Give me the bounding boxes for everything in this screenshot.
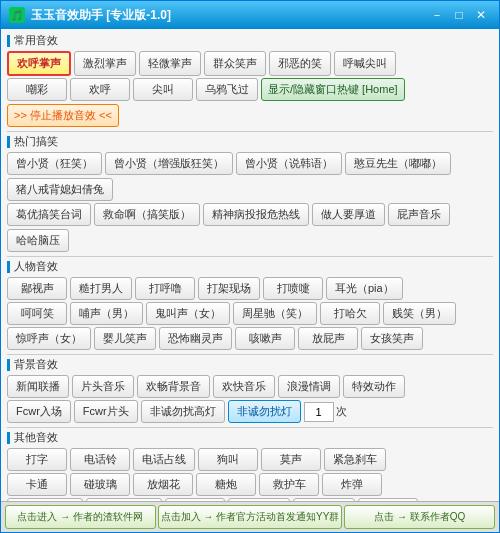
btn-jinghu-nv[interactable]: 惊呼声（女） xyxy=(7,327,91,350)
btn-texiao-dongzuo[interactable]: 特效动作 xyxy=(343,375,405,398)
btn-fcwr-piantou[interactable]: Fcwr片头 xyxy=(74,400,138,423)
minimize-button[interactable]: － xyxy=(427,6,447,24)
hot-section: 热门搞笑 曾小贤（狂笑） 曾小贤（增强版狂笑） 曾小贤（说韩语） 憨豆先生（嘟嘟… xyxy=(7,134,493,252)
btn-jingshen[interactable]: 精神病投报危热线 xyxy=(203,203,309,226)
btn-huankuai-yinyue[interactable]: 欢快音乐 xyxy=(213,375,275,398)
bg-section-label: 背景音效 xyxy=(7,357,493,372)
other-row2: 卡通 碰玻璃 放烟花 糖炮 救护车 炸弹 xyxy=(7,473,493,496)
btn-jiuming[interactable]: 救命啊（搞笑版） xyxy=(94,203,200,226)
btn-dianhua-ling[interactable]: 电话铃 xyxy=(70,448,130,471)
btn-zuoren[interactable]: 做人要厚道 xyxy=(312,203,385,226)
bg-section: 背景音效 新闻联播 片头音乐 欢畅背景音 欢快音乐 浪漫情调 特效动作 Fcwr… xyxy=(7,357,493,423)
common-row2: 嘲彩 欢呼 尖叫 乌鸦飞过 显示/隐藏窗口热键 [Home] >> 停止播放音效… xyxy=(7,78,493,127)
person-row2: 呵呵笑 哺声（男） 鬼叫声（女） 周星驰（笑） 打哈欠 贱笑（男） xyxy=(7,302,493,325)
footer-btn-qq[interactable]: 点击 → 联系作者QQ xyxy=(344,505,495,529)
footer-btn-yy[interactable]: 点击加入 → 作者官方活动首发通知YY群 xyxy=(158,505,343,529)
btn-kesou[interactable]: 咳嗽声 xyxy=(235,327,295,350)
other-section: 其他音效 打字 电话铃 电话占线 狗叫 莫声 紧急刹车 卡通 碰玻璃 放烟花 糖… xyxy=(7,430,493,501)
btn-huhan-jianjiao[interactable]: 呼喊尖叫 xyxy=(334,51,396,76)
btn-fang-yanhua[interactable]: 放烟花 xyxy=(133,473,193,496)
btn-xinwen-lianbo[interactable]: 新闻联播 xyxy=(7,375,69,398)
btn-handou[interactable]: 憨豆先生（嘟嘟） xyxy=(345,152,451,175)
hot-row2: 葛优搞笑台词 救命啊（搞笑版） 精神病投报危热线 做人要厚道 屁声音乐 哈哈脑压 xyxy=(7,203,493,252)
person-row3: 惊呼声（女） 婴儿笑声 恐怖幽灵声 咳嗽声 放屁声 女孩笑声 xyxy=(7,327,493,350)
btn-dahaqian[interactable]: 打哈欠 xyxy=(320,302,380,325)
app-icon: 🎵 xyxy=(9,7,25,23)
divider1 xyxy=(7,131,493,132)
btn-dapenti[interactable]: 打喷嚏 xyxy=(263,277,323,300)
btn-jinjizha-che[interactable]: 紧急刹车 xyxy=(324,448,386,471)
person-row1: 鄙视声 糙打男人 打呼噜 打架现场 打喷嚏 耳光（pia） xyxy=(7,277,493,300)
btn-peng-boli[interactable]: 碰玻璃 xyxy=(70,473,130,496)
btn-zhubajie[interactable]: 猪八戒背媳妇倩兔 xyxy=(7,178,113,201)
btn-nv-xiao[interactable]: 女孩笑声 xyxy=(361,327,423,350)
btn-zeng-kuangxiao[interactable]: 曾小贤（狂笑） xyxy=(7,152,102,175)
btn-fcwr-ruchang[interactable]: Fcwr入场 xyxy=(7,400,71,423)
btn-jiuhu-che[interactable]: 救护车 xyxy=(259,473,319,496)
btn-kongbu-gui[interactable]: 恐怖幽灵声 xyxy=(159,327,232,350)
common-row1: 欢呼掌声 激烈掌声 轻微掌声 群众笑声 邪恶的笑 呼喊尖叫 xyxy=(7,51,493,76)
btn-huanhu[interactable]: 欢呼 xyxy=(70,78,130,101)
btn-bishi[interactable]: 鄙视声 xyxy=(7,277,67,300)
btn-gou-jiao[interactable]: 狗叫 xyxy=(198,448,258,471)
btn-dajia[interactable]: 打架现场 xyxy=(198,277,260,300)
btn-geyou[interactable]: 葛优搞笑台词 xyxy=(7,203,91,226)
btn-hehe-xiao[interactable]: 呵呵笑 xyxy=(7,302,67,325)
btn-langman-qingdiao[interactable]: 浪漫情调 xyxy=(278,375,340,398)
divider3 xyxy=(7,354,493,355)
hotkey-toggle-btn[interactable]: 显示/隐藏窗口热键 [Home] xyxy=(261,78,405,101)
btn-fangpi[interactable]: 放屁声 xyxy=(298,327,358,350)
window-controls: － □ ✕ xyxy=(427,6,491,24)
btn-zhou-xiao[interactable]: 周星驰（笑） xyxy=(233,302,317,325)
btn-bu-nan[interactable]: 哺声（男） xyxy=(70,302,143,325)
counter-input[interactable] xyxy=(304,402,334,422)
btn-jianjiao[interactable]: 尖叫 xyxy=(133,78,193,101)
btn-mo-sheng[interactable]: 莫声 xyxy=(261,448,321,471)
counter-box: 次 xyxy=(304,402,347,422)
btn-qunzhong-xiaosheng[interactable]: 群众笑声 xyxy=(204,51,266,76)
btn-jian-nan[interactable]: 贱笑（男） xyxy=(383,302,456,325)
btn-da-nanren[interactable]: 糙打男人 xyxy=(70,277,132,300)
btn-zeng-hanyu[interactable]: 曾小贤（说韩语） xyxy=(236,152,342,175)
btn-xie-xiao[interactable]: 邪恶的笑 xyxy=(269,51,331,76)
maximize-button[interactable]: □ xyxy=(449,6,469,24)
btn-zhadan[interactable]: 炸弹 xyxy=(322,473,382,496)
btn-dianhua-zhanxian[interactable]: 电话占线 xyxy=(133,448,195,471)
btn-katong[interactable]: 卡通 xyxy=(7,473,67,496)
btn-jilie-zhangsheng[interactable]: 激烈掌声 xyxy=(74,51,136,76)
btn-piantou-yinyue[interactable]: 片头音乐 xyxy=(72,375,134,398)
title-bar: 🎵 玉玉音效助手 [专业版-1.0] － □ ✕ xyxy=(1,1,499,29)
btn-pi-yinyue[interactable]: 屁声音乐 xyxy=(388,203,450,226)
btn-zeng-zengqiang[interactable]: 曾小贤（增强版狂笑） xyxy=(105,152,233,175)
close-button[interactable]: ✕ xyxy=(471,6,491,24)
bg-row1: 新闻联播 片头音乐 欢畅背景音 欢快音乐 浪漫情调 特效动作 xyxy=(7,375,493,398)
footer-bar: 点击进入 → 作者的渣软件网 点击加入 → 作者官方活动首发通知YY群 点击 →… xyxy=(1,501,499,532)
btn-huanchang-bg[interactable]: 欢畅背景音 xyxy=(137,375,210,398)
counter-suffix: 次 xyxy=(336,404,347,419)
person-section: 人物音效 鄙视声 糙打男人 打呼噜 打架现场 打喷嚏 耳光（pia） 呵呵笑 哺… xyxy=(7,259,493,350)
bg-row2: Fcwr入场 Fcwr片头 非诚勿扰高灯 非诚勿扰灯 次 xyxy=(7,400,493,423)
stop-play-btn[interactable]: >> 停止播放音效 << xyxy=(7,104,119,127)
btn-tang-pao[interactable]: 糖炮 xyxy=(196,473,256,496)
common-section-label: 常用音效 xyxy=(7,33,493,48)
other-section-label: 其他音效 xyxy=(7,430,493,445)
btn-ying-xiao[interactable]: 婴儿笑声 xyxy=(94,327,156,350)
btn-wuya-feiguo[interactable]: 乌鸦飞过 xyxy=(196,78,258,101)
divider2 xyxy=(7,256,493,257)
btn-feicheng-deng[interactable]: 非诚勿扰灯 xyxy=(228,400,301,423)
window-title: 玉玉音效助手 [专业版-1.0] xyxy=(31,7,427,24)
footer-btn-website-label: 点击进入 → 作者的渣软件网 xyxy=(17,511,143,522)
btn-dahu[interactable]: 打呼噜 xyxy=(135,277,195,300)
btn-haha-naoya[interactable]: 哈哈脑压 xyxy=(7,229,69,252)
btn-huanhu-zhangsheng[interactable]: 欢呼掌声 xyxy=(7,51,71,76)
btn-gui-nv[interactable]: 鬼叫声（女） xyxy=(146,302,230,325)
btn-chaocai[interactable]: 嘲彩 xyxy=(7,78,67,101)
hot-section-label: 热门搞笑 xyxy=(7,134,493,149)
btn-qingwei-zhangsheng[interactable]: 轻微掌声 xyxy=(139,51,201,76)
footer-btn-qq-label: 点击 → 联系作者QQ xyxy=(374,511,465,522)
btn-erguang[interactable]: 耳光（pia） xyxy=(326,277,403,300)
divider4 xyxy=(7,427,493,428)
footer-btn-website[interactable]: 点击进入 → 作者的渣软件网 xyxy=(5,505,156,529)
btn-feicheng-gaodeng[interactable]: 非诚勿扰高灯 xyxy=(141,400,225,423)
btn-dazi[interactable]: 打字 xyxy=(7,448,67,471)
